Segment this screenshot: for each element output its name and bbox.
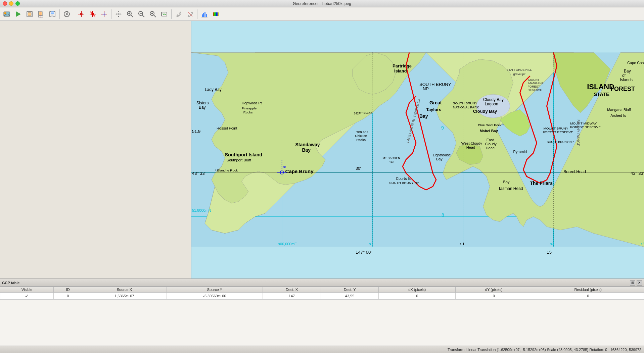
svg-text:s00,000mE: s00,000mE bbox=[278, 242, 297, 246]
open-raster-button[interactable] bbox=[1, 9, 12, 19]
col-dest-y: Dest. Y bbox=[321, 287, 378, 293]
svg-text:* Blanche Rock: * Blanche Rock bbox=[215, 168, 238, 172]
zoom-out-button[interactable] bbox=[136, 9, 147, 19]
svg-text:of: of bbox=[622, 73, 626, 78]
svg-text:STATE: STATE bbox=[594, 91, 609, 97]
svg-text:8: 8 bbox=[442, 212, 444, 218]
svg-text:Bay: Bay bbox=[436, 157, 443, 161]
svg-text:Blue Devil Pock *: Blue Devil Pock * bbox=[478, 123, 504, 127]
gcp-header-controls: ⊞ ✕ bbox=[630, 280, 642, 286]
svg-text:BRUNY RANGE: BRUNY RANGE bbox=[576, 119, 580, 146]
histogram-button[interactable] bbox=[199, 9, 210, 19]
svg-text:Head: Head bbox=[486, 146, 495, 150]
svg-text:Tasman Head: Tasman Head bbox=[498, 186, 523, 191]
add-point-button[interactable] bbox=[76, 9, 87, 19]
gcp-float-button[interactable]: ⊞ bbox=[630, 280, 635, 286]
gcp-close-button[interactable]: ✕ bbox=[637, 280, 642, 286]
svg-text:Bay: Bay bbox=[503, 180, 510, 184]
unlink-georef-button[interactable] bbox=[185, 9, 195, 19]
svg-text:342: 342 bbox=[354, 112, 359, 115]
toolbar bbox=[0, 7, 644, 21]
svg-text:Taylors: Taylors bbox=[426, 107, 441, 112]
load-gcp-button[interactable] bbox=[36, 9, 46, 19]
gcp-panel: GCP table ⊞ ✕ Visible ID Source X Source… bbox=[0, 279, 644, 346]
svg-text:Arched Is: Arched Is bbox=[610, 113, 626, 117]
svg-text:15': 15' bbox=[547, 250, 552, 255]
svg-text:Rocks: Rocks bbox=[356, 138, 366, 142]
svg-text:RESERVE: RESERVE bbox=[528, 88, 542, 92]
svg-text:Pyramid: Pyramid bbox=[513, 150, 527, 154]
svg-rect-33 bbox=[213, 12, 219, 16]
svg-text:Lagoon: Lagoon bbox=[485, 102, 498, 106]
svg-text:s.1: s.1 bbox=[460, 242, 465, 246]
svg-text:Standaway: Standaway bbox=[295, 142, 320, 147]
svg-text:FOREST RESERVE: FOREST RESERVE bbox=[543, 130, 573, 134]
svg-text:STAFFORDS HILL: STAFFORDS HILL bbox=[507, 68, 532, 71]
gcp-table-title: GCP table bbox=[2, 281, 19, 285]
cell-residual: 0 bbox=[532, 293, 644, 300]
status-transform: Transform: Linear Translation (1.62509e+… bbox=[448, 348, 607, 352]
svg-text:Chicken: Chicken bbox=[355, 134, 367, 138]
left-panel bbox=[0, 21, 191, 279]
svg-text:Sisters: Sisters bbox=[196, 101, 209, 105]
svg-text:Bay: Bay bbox=[624, 69, 631, 73]
col-visible: Visible bbox=[0, 287, 54, 293]
save-gcp-button[interactable] bbox=[47, 9, 58, 19]
svg-rect-28 bbox=[202, 14, 203, 17]
svg-text:SOUTH BRUNY: SOUTH BRUNY bbox=[453, 101, 477, 105]
cell-dy: 0 bbox=[456, 293, 532, 300]
close-button[interactable] bbox=[3, 1, 7, 6]
svg-text:FOREST: FOREST bbox=[528, 85, 540, 88]
link-georef-button[interactable] bbox=[173, 9, 184, 19]
stretch-button[interactable] bbox=[211, 9, 221, 19]
svg-text:Cape Connelia: Cape Connelia bbox=[627, 61, 644, 65]
statusbar: Transform: Linear Translation (1.62509e+… bbox=[0, 346, 644, 353]
svg-text:s3: s3 bbox=[641, 242, 644, 246]
svg-text:Pineapple: Pineapple bbox=[242, 106, 257, 110]
delete-point-button[interactable] bbox=[87, 9, 98, 19]
svg-text:Southport Island: Southport Island bbox=[225, 152, 262, 157]
svg-text:The Friars: The Friars bbox=[530, 181, 553, 186]
gcp-table: Visible ID Source X Source Y Dest. X Des… bbox=[0, 287, 644, 300]
cell-dx: 0 bbox=[379, 293, 456, 300]
zoom-full-button[interactable] bbox=[147, 9, 158, 19]
svg-text:Bay: Bay bbox=[302, 147, 311, 153]
minimize-button[interactable] bbox=[9, 1, 13, 6]
svg-text:Hen and: Hen and bbox=[356, 130, 368, 134]
gcp-table-container[interactable]: Visible ID Source X Source Y Dest. X Des… bbox=[0, 287, 644, 346]
svg-line-21 bbox=[142, 15, 145, 17]
start-georef-button[interactable] bbox=[13, 9, 24, 19]
svg-text:Cloudy: Cloudy bbox=[485, 142, 497, 146]
zoom-layer-button[interactable] bbox=[159, 9, 170, 19]
move-gcp-button[interactable] bbox=[99, 9, 109, 19]
maximize-button[interactable] bbox=[15, 1, 20, 6]
svg-line-17 bbox=[131, 15, 133, 17]
cell-id: 0 bbox=[54, 293, 82, 300]
svg-text:MANGANA: MANGANA bbox=[528, 82, 544, 85]
svg-text:Great: Great bbox=[429, 100, 442, 105]
generate-gdal-button[interactable] bbox=[24, 9, 35, 19]
svg-point-25 bbox=[151, 12, 153, 14]
svg-text:MOUNT MIDWAY: MOUNT MIDWAY bbox=[570, 121, 597, 125]
col-dx: dX (pixels) bbox=[379, 287, 456, 293]
svg-text:Bay: Bay bbox=[419, 113, 428, 119]
svg-text:SOUTH BRUNY NP: SOUTH BRUNY NP bbox=[547, 140, 573, 144]
svg-text:146: 146 bbox=[389, 160, 394, 164]
svg-text:Cape Bruny: Cape Bruny bbox=[285, 168, 314, 174]
svg-text:Mangana Bluff: Mangana Bluff bbox=[607, 108, 631, 112]
map-area[interactable]: Partridge Island Lady Bay Sisters Bay Ho… bbox=[191, 21, 644, 279]
titlebar: Georeferencer - hobart250k.jpeg bbox=[0, 0, 644, 7]
svg-rect-9 bbox=[51, 14, 53, 17]
cell-dest-y: 43,55 bbox=[321, 293, 378, 300]
transform-settings-button[interactable] bbox=[61, 9, 72, 19]
svg-text:MOUNT BRUNY: MOUNT BRUNY bbox=[543, 127, 568, 130]
col-id: ID bbox=[54, 287, 82, 293]
pan-button[interactable] bbox=[113, 9, 124, 19]
svg-text:s2: s2 bbox=[550, 242, 554, 246]
col-dest-x: Dest. X bbox=[263, 287, 321, 293]
svg-text:Lighthouse: Lighthouse bbox=[433, 153, 451, 157]
zoom-in-button[interactable] bbox=[125, 9, 135, 19]
status-coords: 16364220,-539972 bbox=[610, 348, 641, 352]
main-content: Partridge Island Lady Bay Sisters Bay Ho… bbox=[0, 21, 644, 279]
svg-text:Head: Head bbox=[466, 145, 475, 149]
